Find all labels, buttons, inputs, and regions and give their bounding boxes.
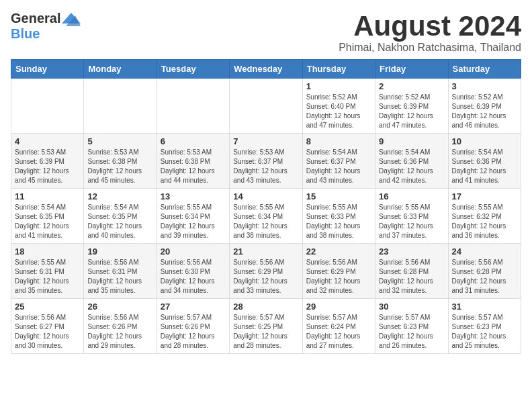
day-number: 14 — [233, 191, 298, 201]
calendar-day-29: 29Sunrise: 5:57 AM Sunset: 6:24 PM Dayli… — [302, 299, 375, 354]
weekday-header-wednesday: Wednesday — [230, 60, 302, 79]
day-info: Sunrise: 5:56 AM Sunset: 6:26 PM Dayligh… — [87, 313, 152, 351]
calendar-week-row: 11Sunrise: 5:54 AM Sunset: 6:35 PM Dayli… — [11, 189, 521, 244]
weekday-header-monday: Monday — [84, 60, 157, 79]
day-info: Sunrise: 5:54 AM Sunset: 6:35 PM Dayligh… — [87, 203, 152, 240]
day-number: 3 — [452, 81, 517, 91]
day-info: Sunrise: 5:54 AM Sunset: 6:35 PM Dayligh… — [15, 203, 80, 240]
day-info: Sunrise: 5:57 AM Sunset: 6:23 PM Dayligh… — [452, 313, 517, 351]
calendar-day-8: 8Sunrise: 5:54 AM Sunset: 6:37 PM Daylig… — [302, 134, 375, 189]
day-info: Sunrise: 5:56 AM Sunset: 6:28 PM Dayligh… — [452, 258, 517, 295]
day-number: 28 — [233, 302, 298, 312]
day-info: Sunrise: 5:53 AM Sunset: 6:38 PM Dayligh… — [161, 148, 226, 185]
day-info: Sunrise: 5:56 AM Sunset: 6:29 PM Dayligh… — [233, 258, 298, 295]
calendar-day-26: 26Sunrise: 5:56 AM Sunset: 6:26 PM Dayli… — [84, 299, 157, 354]
day-number: 13 — [161, 191, 226, 201]
weekday-header-thursday: Thursday — [302, 60, 375, 79]
day-number: 24 — [452, 246, 517, 257]
day-info: Sunrise: 5:55 AM Sunset: 6:33 PM Dayligh… — [379, 203, 444, 240]
calendar-day-11: 11Sunrise: 5:54 AM Sunset: 6:35 PM Dayli… — [11, 189, 84, 244]
day-number: 11 — [15, 191, 80, 201]
calendar-day-15: 15Sunrise: 5:55 AM Sunset: 6:33 PM Dayli… — [302, 189, 375, 244]
calendar-day-5: 5Sunrise: 5:53 AM Sunset: 6:38 PM Daylig… — [84, 134, 157, 189]
calendar-day-28: 28Sunrise: 5:57 AM Sunset: 6:25 PM Dayli… — [230, 299, 302, 354]
day-number: 30 — [379, 302, 444, 312]
day-number: 17 — [452, 191, 517, 201]
day-number: 21 — [233, 246, 298, 257]
calendar-empty-cell — [230, 79, 302, 134]
calendar-day-31: 31Sunrise: 5:57 AM Sunset: 6:23 PM Dayli… — [448, 299, 521, 354]
day-info: Sunrise: 5:55 AM Sunset: 6:34 PM Dayligh… — [233, 203, 298, 240]
calendar-day-25: 25Sunrise: 5:56 AM Sunset: 6:27 PM Dayli… — [11, 299, 84, 354]
day-number: 1 — [306, 81, 371, 91]
day-number: 5 — [87, 136, 152, 146]
calendar-day-23: 23Sunrise: 5:56 AM Sunset: 6:28 PM Dayli… — [375, 244, 448, 299]
day-info: Sunrise: 5:53 AM Sunset: 6:38 PM Dayligh… — [87, 148, 152, 185]
calendar-day-3: 3Sunrise: 5:52 AM Sunset: 6:39 PM Daylig… — [448, 79, 521, 134]
day-number: 18 — [15, 246, 80, 257]
day-number: 22 — [306, 246, 371, 257]
location-title: Phimai, Nakhon Ratchasima, Thailand — [339, 42, 521, 54]
day-info: Sunrise: 5:53 AM Sunset: 6:39 PM Dayligh… — [15, 148, 80, 185]
day-number: 16 — [379, 191, 444, 201]
calendar-day-16: 16Sunrise: 5:55 AM Sunset: 6:33 PM Dayli… — [375, 189, 448, 244]
day-number: 9 — [379, 136, 444, 146]
calendar-empty-cell — [157, 79, 229, 134]
logo-general-text: General — [11, 11, 60, 26]
day-info: Sunrise: 5:56 AM Sunset: 6:28 PM Dayligh… — [379, 258, 444, 295]
day-info: Sunrise: 5:56 AM Sunset: 6:29 PM Dayligh… — [306, 258, 371, 295]
calendar-day-13: 13Sunrise: 5:55 AM Sunset: 6:34 PM Dayli… — [157, 189, 229, 244]
day-info: Sunrise: 5:56 AM Sunset: 6:31 PM Dayligh… — [87, 258, 152, 295]
day-number: 6 — [161, 136, 226, 146]
day-number: 8 — [306, 136, 371, 146]
calendar-day-12: 12Sunrise: 5:54 AM Sunset: 6:35 PM Dayli… — [84, 189, 157, 244]
calendar-day-4: 4Sunrise: 5:53 AM Sunset: 6:39 PM Daylig… — [11, 134, 84, 189]
day-info: Sunrise: 5:57 AM Sunset: 6:23 PM Dayligh… — [379, 313, 444, 351]
calendar-day-24: 24Sunrise: 5:56 AM Sunset: 6:28 PM Dayli… — [448, 244, 521, 299]
calendar-day-17: 17Sunrise: 5:55 AM Sunset: 6:32 PM Dayli… — [448, 189, 521, 244]
day-info: Sunrise: 5:52 AM Sunset: 6:39 PM Dayligh… — [452, 93, 517, 130]
weekday-header-row: SundayMondayTuesdayWednesdayThursdayFrid… — [11, 60, 521, 79]
calendar-day-14: 14Sunrise: 5:55 AM Sunset: 6:34 PM Dayli… — [230, 189, 302, 244]
calendar-day-19: 19Sunrise: 5:56 AM Sunset: 6:31 PM Dayli… — [84, 244, 157, 299]
calendar-table: SundayMondayTuesdayWednesdayThursdayFrid… — [11, 59, 521, 354]
day-number: 15 — [306, 191, 371, 201]
logo-blue-text: Blue — [11, 26, 40, 41]
day-info: Sunrise: 5:53 AM Sunset: 6:37 PM Dayligh… — [233, 148, 298, 185]
day-info: Sunrise: 5:55 AM Sunset: 6:34 PM Dayligh… — [161, 203, 226, 240]
day-info: Sunrise: 5:52 AM Sunset: 6:40 PM Dayligh… — [306, 93, 371, 130]
day-info: Sunrise: 5:54 AM Sunset: 6:37 PM Dayligh… — [306, 148, 371, 185]
day-number: 23 — [379, 246, 444, 257]
page-header: General Blue August 2024 Phimai, Nakhon … — [11, 11, 521, 54]
logo: General Blue — [11, 11, 81, 42]
calendar-day-21: 21Sunrise: 5:56 AM Sunset: 6:29 PM Dayli… — [230, 244, 302, 299]
calendar-day-6: 6Sunrise: 5:53 AM Sunset: 6:38 PM Daylig… — [157, 134, 229, 189]
day-info: Sunrise: 5:55 AM Sunset: 6:33 PM Dayligh… — [306, 203, 371, 240]
day-info: Sunrise: 5:54 AM Sunset: 6:36 PM Dayligh… — [379, 148, 444, 185]
day-number: 7 — [233, 136, 298, 146]
day-info: Sunrise: 5:57 AM Sunset: 6:25 PM Dayligh… — [233, 313, 298, 351]
weekday-header-friday: Friday — [375, 60, 448, 79]
calendar-day-1: 1Sunrise: 5:52 AM Sunset: 6:40 PM Daylig… — [302, 79, 375, 134]
day-info: Sunrise: 5:56 AM Sunset: 6:27 PM Dayligh… — [15, 313, 80, 351]
day-info: Sunrise: 5:52 AM Sunset: 6:39 PM Dayligh… — [379, 93, 444, 130]
day-number: 4 — [15, 136, 80, 146]
calendar-day-30: 30Sunrise: 5:57 AM Sunset: 6:23 PM Dayli… — [375, 299, 448, 354]
calendar-day-2: 2Sunrise: 5:52 AM Sunset: 6:39 PM Daylig… — [375, 79, 448, 134]
day-info: Sunrise: 5:54 AM Sunset: 6:36 PM Dayligh… — [452, 148, 517, 185]
day-number: 26 — [87, 302, 152, 312]
calendar-empty-cell — [11, 79, 84, 134]
calendar-empty-cell — [84, 79, 157, 134]
day-number: 31 — [452, 302, 517, 312]
calendar-day-18: 18Sunrise: 5:55 AM Sunset: 6:31 PM Dayli… — [11, 244, 84, 299]
calendar-day-27: 27Sunrise: 5:57 AM Sunset: 6:26 PM Dayli… — [157, 299, 229, 354]
day-number: 2 — [379, 81, 444, 91]
day-info: Sunrise: 5:55 AM Sunset: 6:31 PM Dayligh… — [15, 258, 80, 295]
calendar-week-row: 18Sunrise: 5:55 AM Sunset: 6:31 PM Dayli… — [11, 244, 521, 299]
day-number: 25 — [15, 302, 80, 312]
day-info: Sunrise: 5:56 AM Sunset: 6:30 PM Dayligh… — [161, 258, 226, 295]
day-info: Sunrise: 5:55 AM Sunset: 6:32 PM Dayligh… — [452, 203, 517, 240]
logo-icon — [62, 11, 81, 26]
calendar-day-7: 7Sunrise: 5:53 AM Sunset: 6:37 PM Daylig… — [230, 134, 302, 189]
day-number: 19 — [87, 246, 152, 257]
